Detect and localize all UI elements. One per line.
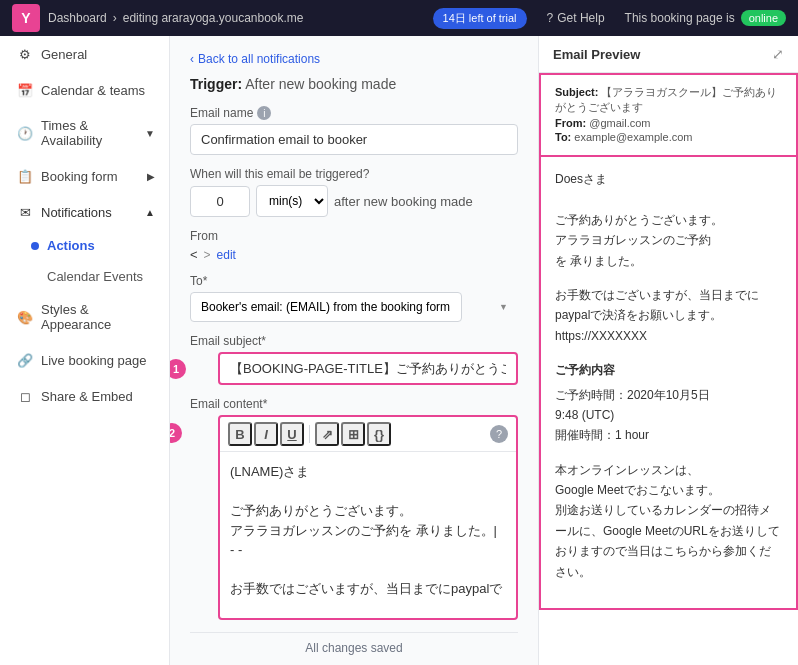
sidebar-label-times: Times & Availability (41, 118, 137, 148)
when-triggered-group: When will this email be triggered? min(s… (190, 167, 518, 217)
share-icon: ◻ (17, 388, 33, 404)
preview-from-value: @gmail.com (589, 117, 650, 129)
clock-icon: 🕐 (17, 125, 33, 141)
from-group: From < > edit (190, 229, 518, 262)
to-select[interactable]: Booker's email: (EMAIL) from the booking… (190, 292, 462, 322)
active-dot-icon (31, 242, 39, 250)
content-badge: 2 (170, 423, 182, 443)
sidebar-label-calendar-events: Calendar Events (47, 269, 143, 284)
booking-status: This booking page is online (625, 10, 786, 26)
from-email: > (204, 248, 211, 262)
email-preview-panel: Email Preview ⤢ Subject: 【アララヨガスクール】ご予約あ… (538, 36, 798, 665)
link-button[interactable]: ⇗ (315, 422, 339, 446)
email-editor: B I U ⇗ ⊞ {} ? (218, 415, 518, 620)
to-select-wrapper: Booker's email: (EMAIL) from the booking… (190, 292, 518, 322)
toolbar-help-icon[interactable]: ? (490, 425, 508, 443)
preview-section-greeting: Doesさま ご予約ありがとうございます。 アララヨガレッスンのご予約 を 承り… (555, 169, 782, 271)
status-badge: online (741, 10, 786, 26)
chevron-up-icon: ▲ (145, 207, 155, 218)
to-group: To* Booker's email: (EMAIL) from the boo… (190, 274, 518, 322)
italic-button[interactable]: I (254, 422, 278, 446)
trigger-unit-select[interactable]: min(s) (256, 185, 328, 217)
email-name-group: Email name i (190, 106, 518, 155)
content-group: Email content* 2 B I U ⇗ ⊞ {} ? (190, 397, 518, 620)
preview-from-row: From: @gmail.com (555, 117, 782, 129)
sidebar-label-share-embed: Share & Embed (41, 389, 133, 404)
sidebar-label-calendar-teams: Calendar & teams (41, 83, 145, 98)
preview-title: Email Preview (553, 47, 640, 62)
question-icon: ? (547, 11, 554, 25)
to-label: To* (190, 274, 518, 288)
code-button[interactable]: {} (367, 422, 391, 446)
sidebar-label-actions: Actions (47, 238, 95, 253)
trigger-value: After new booking made (245, 76, 396, 92)
help-label: Get Help (557, 11, 604, 25)
preview-content: Doesさま ご予約ありがとうございます。 アララヨガレッスンのご予約 を 承り… (539, 157, 798, 610)
app-logo: Y (12, 4, 40, 32)
saved-status: All changes saved (190, 632, 518, 663)
trigger-keyword: Trigger: (190, 76, 242, 92)
sidebar: ⚙ General 📅 Calendar & teams 🕐 Times & A… (0, 36, 170, 665)
sidebar-label-live-booking: Live booking page (41, 353, 147, 368)
sidebar-item-general[interactable]: ⚙ General (0, 36, 169, 72)
calendar-icon: 📅 (17, 82, 33, 98)
sidebar-item-booking-form[interactable]: 📋 Booking form ▶ (0, 158, 169, 194)
preview-subject-row: Subject: 【アララヨガスクール】ご予約ありがとうございます (555, 85, 782, 115)
trigger-time-input[interactable] (190, 186, 250, 217)
expand-icon[interactable]: ⤢ (772, 46, 784, 62)
preview-section-text-greeting: Doesさま ご予約ありがとうございます。 アララヨガレッスンのご予約 を 承り… (555, 169, 782, 271)
chevron-left-icon: ‹ (190, 52, 194, 66)
sidebar-item-share-embed[interactable]: ◻ Share & Embed (0, 378, 169, 414)
preview-section-online-info: 本オンラインレッスンは、 Google Meetでおこないます。 別途お送りして… (555, 460, 782, 582)
preview-to-value: example@example.com (574, 131, 692, 143)
main-layout: ⚙ General 📅 Calendar & teams 🕐 Times & A… (0, 36, 798, 665)
breadcrumb-home[interactable]: Dashboard (48, 11, 107, 25)
sidebar-item-times[interactable]: 🕐 Times & Availability ▼ (0, 108, 169, 158)
back-to-notifications-link[interactable]: ‹ Back to all notifications (190, 52, 518, 66)
chevron-down-icon: ▼ (145, 128, 155, 139)
help-button[interactable]: ? Get Help (547, 11, 605, 25)
preview-subject-label: Subject: (555, 86, 598, 98)
sidebar-label-general: General (41, 47, 87, 62)
topbar: Y Dashboard › editing ararayoga.youcanbo… (0, 0, 798, 36)
trial-badge: 14日 left of trial (433, 8, 527, 29)
form-icon: 📋 (17, 168, 33, 184)
breadcrumb-separator: › (113, 11, 117, 25)
general-icon: ⚙ (17, 46, 33, 62)
back-link-label: Back to all notifications (198, 52, 320, 66)
toolbar-separator-1 (309, 425, 310, 443)
bold-button[interactable]: B (228, 422, 252, 446)
trigger-after-text: after new booking made (334, 194, 473, 209)
chevron-right-icon: ▶ (147, 171, 155, 182)
underline-button[interactable]: U (280, 422, 304, 446)
email-content-textarea[interactable] (230, 462, 506, 602)
status-label: This booking page is (625, 11, 735, 25)
editor-content-area[interactable] (220, 452, 516, 618)
sidebar-item-calendar-events[interactable]: Calendar Events (0, 261, 169, 292)
email-name-input[interactable] (190, 124, 518, 155)
sidebar-item-notifications[interactable]: ✉ Notifications ▲ (0, 194, 169, 230)
dot-empty-icon (31, 273, 39, 281)
image-button[interactable]: ⊞ (341, 422, 365, 446)
content-area: ‹ Back to all notifications Trigger: Aft… (170, 36, 798, 665)
from-left-bracket: < (190, 247, 198, 262)
preview-section-text-online-info: 本オンラインレッスンは、 Google Meetでおこないます。 別途お送りして… (555, 460, 782, 582)
sidebar-label-booking-form: Booking form (41, 169, 118, 184)
sidebar-item-calendar-teams[interactable]: 📅 Calendar & teams (0, 72, 169, 108)
subject-label: Email subject* (190, 334, 518, 348)
trigger-description: Trigger: After new booking made (190, 76, 518, 92)
editor-toolbar: B I U ⇗ ⊞ {} ? (220, 417, 516, 452)
preview-to-label: To: (555, 131, 571, 143)
preview-header: Email Preview ⤢ (539, 36, 798, 73)
sidebar-item-live-booking[interactable]: 🔗 Live booking page (0, 342, 169, 378)
trigger-time-row: min(s) after new booking made (190, 185, 518, 217)
sidebar-item-styles[interactable]: 🎨 Styles & Appearance (0, 292, 169, 342)
edit-from-link[interactable]: edit (217, 248, 236, 262)
info-icon[interactable]: i (257, 106, 271, 120)
subject-input[interactable] (218, 352, 518, 385)
breadcrumb: Dashboard › editing ararayoga.youcanbook… (48, 11, 425, 25)
email-name-label: Email name i (190, 106, 518, 120)
sidebar-item-actions[interactable]: Actions (0, 230, 169, 261)
palette-icon: 🎨 (17, 309, 33, 325)
content-wrapper: 2 B I U ⇗ ⊞ {} ? (190, 415, 518, 620)
